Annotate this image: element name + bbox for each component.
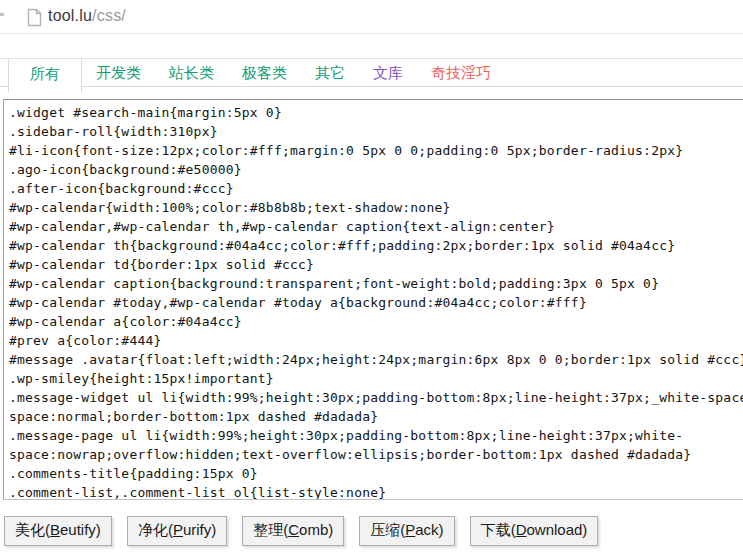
address-path: /css/ [92,7,126,24]
cropped-edge-fragment [0,13,4,16]
beautify-button[interactable]: 美化(Beutify) [4,516,112,546]
tab-geek[interactable]: 极客类 [228,59,301,87]
download-button[interactable]: 下载(Download) [470,516,599,546]
url-bar[interactable]: tool.lu/css/ [0,0,743,34]
pack-button[interactable]: 压缩(Pack) [359,516,454,546]
category-tabs: 所有 开发类 站长类 极客类 其它 文库 奇技淫巧 [0,59,743,87]
address-text: tool.lu/css/ [48,7,126,25]
css-code-input[interactable]: .widget #search-main{margin:5px 0} .side… [3,99,743,500]
category-tabstrip: 所有 开发类 站长类 极客类 其它 文库 奇技淫巧 [0,58,743,87]
page-document-icon [27,8,42,27]
comb-button[interactable]: 整理(Comb) [242,516,344,546]
tab-other[interactable]: 其它 [301,59,359,87]
action-button-row: 美化(Beutify) 净化(Purify) 整理(Comb) 压缩(Pack)… [4,516,598,546]
purify-button[interactable]: 净化(Purify) [127,516,227,546]
tab-wenku[interactable]: 文库 [359,59,417,87]
tab-webmaster[interactable]: 站长类 [155,59,228,87]
tab-tricks[interactable]: 奇技淫巧 [417,59,505,87]
address-site: tool.lu [48,7,92,24]
tab-dev[interactable]: 开发类 [82,59,155,87]
tab-all[interactable]: 所有 [8,58,82,92]
